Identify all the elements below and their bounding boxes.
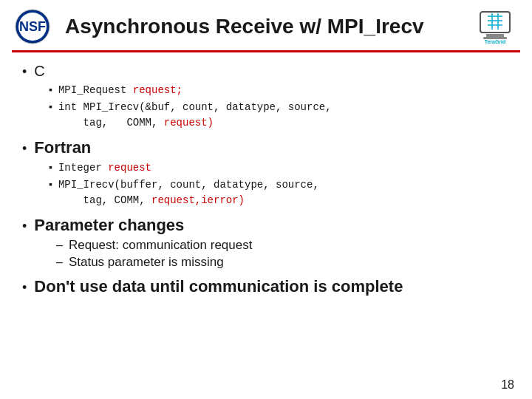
fortran-section: • Fortran ▪ Integer request ▪ MPI_Irecv(… <box>22 138 510 208</box>
fortran-request-red: request <box>108 162 151 174</box>
nsf-logo: NSF <box>15 9 50 44</box>
slide: NSF Asynchronous Receive w/ MPI_Irecv Te… <box>0 0 532 399</box>
fortran-subbullets: ▪ Integer request ▪ MPI_Irecv(buffer, co… <box>49 160 510 208</box>
param-label: Parameter changes <box>34 216 184 235</box>
fortran-sub-1: ▪ Integer request <box>49 160 510 176</box>
param-dash-1: – Request: communication request <box>56 238 510 253</box>
content: • C ▪ MPI_Request request; ▪ int MPI_Ire… <box>0 63 532 296</box>
param-section: • Parameter changes – Request: communica… <box>22 216 510 270</box>
c-section: • C ▪ MPI_Request request; ▪ int MPI_Ire… <box>22 63 510 131</box>
fortran-request2-red: request,ierror) <box>151 194 245 206</box>
fortran-label: Fortran <box>34 138 91 157</box>
c-subbullets: ▪ MPI_Request request; ▪ int MPI_Irecv(&… <box>49 83 510 131</box>
header: NSF Asynchronous Receive w/ MPI_Irecv Te… <box>0 0 532 50</box>
donot-label: Don't use data until communication is co… <box>34 277 403 296</box>
page-number: 18 <box>501 378 514 392</box>
c-sub-1: ▪ MPI_Request request; <box>49 83 510 98</box>
divider <box>12 50 520 52</box>
svg-text:TeraGrid: TeraGrid <box>485 39 506 44</box>
teragrid-logo: TeraGrid <box>473 9 517 44</box>
fortran-sub-2: ▪ MPI_Irecv(buffer, count, datatype, sou… <box>49 177 510 208</box>
svg-text:NSF: NSF <box>19 19 46 34</box>
param-bullet: • Parameter changes <box>22 216 510 235</box>
param-dash-1-text: Request: communication request <box>69 238 253 253</box>
c-bullet: • C <box>22 63 510 80</box>
donot-bullet: • Don't use data until communication is … <box>22 277 510 296</box>
svg-rect-4 <box>486 34 504 37</box>
donot-section: • Don't use data until communication is … <box>22 277 510 296</box>
c-sub-2: ▪ int MPI_Irecv(&buf, count, datatype, s… <box>49 100 510 131</box>
param-dash-2: – Status parameter is missing <box>56 255 510 270</box>
param-dash-2-text: Status parameter is missing <box>69 255 224 270</box>
c-request2-red: request) <box>164 117 214 129</box>
page-title: Asynchronous Receive w/ MPI_Irecv <box>65 15 473 38</box>
c-label: C <box>34 63 44 80</box>
svg-rect-3 <box>480 12 510 33</box>
c-request-red: request; <box>133 84 183 96</box>
fortran-bullet: • Fortran <box>22 138 510 157</box>
